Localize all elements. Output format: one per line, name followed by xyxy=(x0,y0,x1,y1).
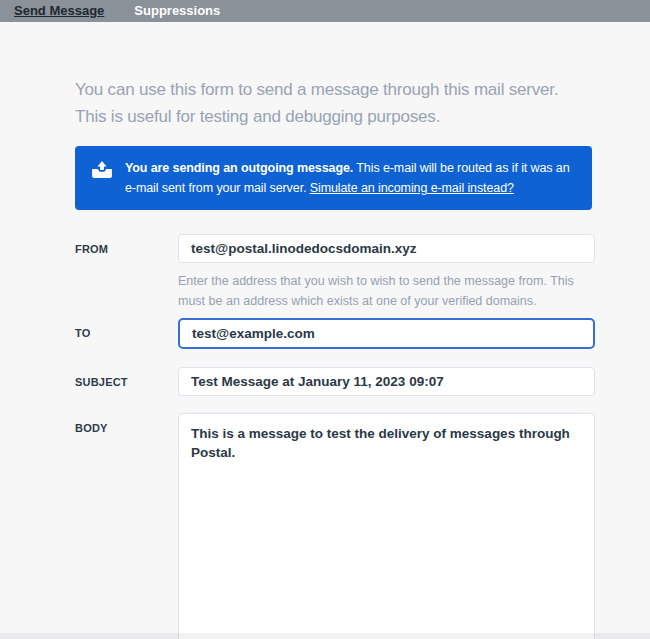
to-field-row: TO xyxy=(75,318,595,349)
subject-field-row: SUBJECT xyxy=(75,367,595,396)
tab-send-message[interactable]: Send Message xyxy=(14,0,104,22)
simulate-incoming-link[interactable]: Simulate an incoming e-mail instead? xyxy=(310,181,514,195)
send-message-form: FROM Enter the address that you wish to … xyxy=(75,234,595,639)
banner-bold-text: You are sending an outgoing message. xyxy=(125,161,353,175)
body-field-row: BODY This is a message to test the deliv… xyxy=(75,413,595,639)
from-label: FROM xyxy=(75,234,178,255)
from-help-text: Enter the address that you wish to wish … xyxy=(178,271,582,311)
tab-suppressions[interactable]: Suppressions xyxy=(134,0,220,22)
to-input[interactable] xyxy=(178,318,595,349)
outgoing-message-banner: You are sending an outgoing message. Thi… xyxy=(75,146,592,210)
subject-input[interactable] xyxy=(178,367,595,396)
outbox-send-icon xyxy=(91,161,115,181)
body-textarea[interactable]: This is a message to test the delivery o… xyxy=(178,413,595,639)
from-input[interactable] xyxy=(178,234,595,263)
top-navbar: Send Message Suppressions xyxy=(0,0,650,22)
banner-text: You are sending an outgoing message. Thi… xyxy=(125,158,580,198)
from-field-row: FROM Enter the address that you wish to … xyxy=(75,234,595,311)
page-intro-text: You can use this form to send a message … xyxy=(75,76,582,130)
body-label: BODY xyxy=(75,413,178,434)
subject-label: SUBJECT xyxy=(75,367,178,388)
send-message-page: You can use this form to send a message … xyxy=(0,22,650,639)
to-label: TO xyxy=(75,318,178,339)
